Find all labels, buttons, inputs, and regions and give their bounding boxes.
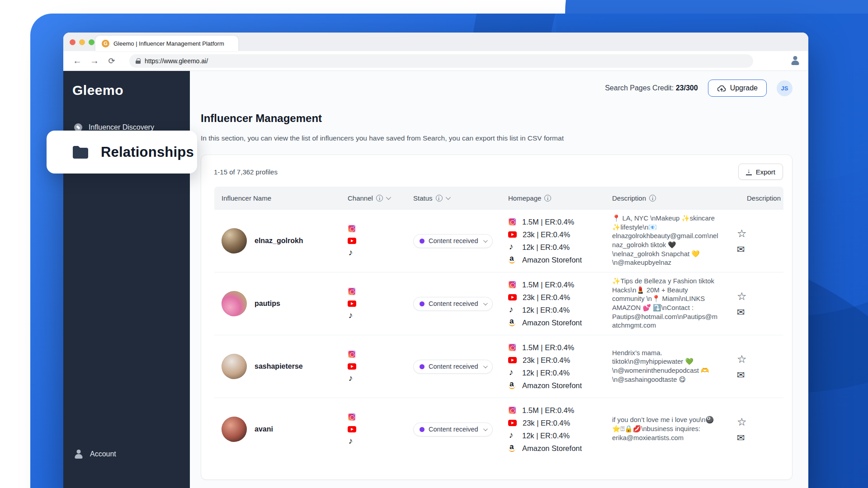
instagram-icon[interactable]: [348, 350, 356, 358]
export-label: Export: [756, 168, 775, 176]
influencer-cell[interactable]: pautips: [222, 291, 348, 316]
tiktok-icon[interactable]: [348, 437, 356, 446]
star-icon[interactable]: [737, 228, 747, 239]
mail-icon[interactable]: [737, 433, 745, 442]
star-icon[interactable]: [737, 291, 747, 302]
homepage-instagram[interactable]: 1.5M | ER:0.4%: [508, 217, 612, 227]
user-avatar[interactable]: JS: [777, 80, 793, 96]
mail-icon[interactable]: [737, 370, 745, 380]
amazon-icon: [508, 256, 516, 264]
influencer-table: Influencer Name Channel Status Homepage …: [214, 187, 783, 460]
reload-button[interactable]: [105, 54, 118, 68]
maximize-window-button[interactable]: [89, 39, 94, 45]
info-icon[interactable]: [436, 195, 443, 202]
info-icon[interactable]: [544, 195, 551, 202]
homepage-youtube[interactable]: 23k | ER:0.4%: [508, 292, 612, 303]
influencer-cell[interactable]: avani: [222, 417, 348, 442]
mail-icon[interactable]: [737, 244, 745, 254]
close-window-button[interactable]: [70, 39, 75, 45]
browser-profile-button[interactable]: [789, 55, 801, 67]
sidebar-item-relationships[interactable]: Relationships: [47, 131, 197, 174]
homepage-instagram[interactable]: 1.5M | ER:0.4%: [508, 405, 612, 416]
browser-tab[interactable]: G Gleemo | Influencer Management Platfor…: [95, 36, 238, 51]
column-header-channel[interactable]: Channel: [348, 194, 413, 202]
youtube-icon[interactable]: [348, 238, 356, 244]
status-label: Content received: [429, 426, 478, 433]
influencer-name: pautips: [255, 300, 280, 308]
status-dropdown[interactable]: Content received: [413, 297, 493, 311]
homepage-amazon[interactable]: Amazon Storefont: [508, 443, 612, 454]
tiktok-icon[interactable]: [348, 249, 356, 257]
chevron-down-icon[interactable]: [445, 195, 450, 200]
chevron-down-icon[interactable]: [386, 195, 391, 200]
homepage-amazon[interactable]: Amazon Storefont: [508, 380, 612, 391]
chevron-down-icon: [483, 238, 488, 243]
homepage-youtube[interactable]: 23k | ER:0.4%: [508, 230, 612, 240]
homepage-tiktok[interactable]: 12k | ER:0.4%: [508, 431, 612, 441]
actions-cell: [727, 354, 783, 380]
info-icon[interactable]: [376, 195, 383, 202]
column-header-homepage[interactable]: Homepage: [508, 194, 612, 202]
credit-label: Search Pages Credit:: [605, 84, 676, 92]
youtube-icon[interactable]: [348, 300, 356, 307]
upgrade-button[interactable]: Upgrade: [708, 80, 767, 97]
homepage-instagram[interactable]: 1.5M | ER:0.4%: [508, 280, 612, 290]
back-button[interactable]: [71, 54, 84, 68]
column-header-description[interactable]: Description: [612, 194, 727, 202]
instagram-icon[interactable]: [348, 287, 356, 296]
forward-button[interactable]: [88, 54, 101, 68]
export-button[interactable]: Export: [738, 164, 783, 180]
influencer-cell[interactable]: elnaz_golrokh: [222, 228, 348, 253]
info-icon[interactable]: [649, 195, 656, 202]
mail-icon[interactable]: [737, 307, 745, 317]
app-logo: Gleemo: [63, 71, 190, 98]
column-header-influencer-name[interactable]: Influencer Name: [222, 194, 348, 202]
status-cell: Content received: [413, 422, 508, 436]
instagram-icon: [508, 343, 516, 352]
homepage-tiktok[interactable]: 12k | ER:0.4%: [508, 368, 612, 378]
amazon-icon: [508, 319, 516, 327]
homepage-tiktok[interactable]: 12k | ER:0.4%: [508, 242, 612, 253]
sidebar-item-account[interactable]: Account: [74, 450, 116, 459]
status-label: Content received: [429, 363, 478, 370]
youtube-icon[interactable]: [348, 426, 356, 432]
url-text: https://www.gleemo.ai/: [145, 57, 208, 65]
minimize-window-button[interactable]: [79, 39, 85, 45]
actions-cell: [727, 417, 783, 442]
homepage-youtube[interactable]: 23k | ER:0.4%: [508, 355, 612, 366]
instagram-icon[interactable]: [348, 413, 356, 421]
star-icon[interactable]: [737, 354, 747, 365]
influencer-avatar: [222, 228, 247, 253]
instagram-icon[interactable]: [348, 225, 356, 233]
tiktok-icon[interactable]: [348, 312, 356, 320]
youtube-icon[interactable]: [348, 363, 356, 370]
instagram-icon: [508, 406, 516, 414]
amazon-icon: [508, 444, 516, 452]
tiktok-icon[interactable]: [348, 375, 356, 383]
homepage-amazon[interactable]: Amazon Storefont: [508, 318, 612, 328]
main-content: Search Pages Credit: 23/300 Upgrade JS I…: [190, 71, 808, 488]
homepage-instagram[interactable]: 1.5M | ER:0.4%: [508, 343, 612, 353]
favicon: G: [102, 40, 109, 47]
status-cell: Content received: [413, 297, 508, 311]
status-dot: [420, 364, 425, 369]
status-label: Content received: [429, 300, 478, 307]
table-header-row: Influencer Name Channel Status Homepage …: [214, 187, 783, 209]
status-dropdown[interactable]: Content received: [413, 360, 493, 374]
influencer-cell[interactable]: sashapieterse: [222, 354, 348, 379]
channel-cell: [348, 350, 413, 383]
url-bar[interactable]: https://www.gleemo.ai/: [129, 54, 753, 68]
status-dropdown[interactable]: Content received: [413, 422, 493, 436]
homepage-youtube[interactable]: 23k | ER:0.4%: [508, 418, 612, 428]
description-cell: if you don’t love me i love you\n🎱 ⭐️⍰🔒💋…: [612, 416, 727, 442]
homepage-amazon[interactable]: Amazon Storefont: [508, 255, 612, 265]
browser-window: G Gleemo | Influencer Management Platfor…: [63, 33, 808, 488]
homepage-tiktok[interactable]: 12k | ER:0.4%: [508, 305, 612, 315]
star-icon[interactable]: [737, 417, 747, 427]
homepage-cell: 1.5M | ER:0.4% 23k | ER:0.4% 12k | ER:0.…: [508, 405, 612, 454]
tiktok-icon: [508, 369, 516, 377]
column-header-status[interactable]: Status: [413, 194, 508, 202]
tiktok-icon: [508, 432, 516, 440]
chevron-down-icon: [483, 364, 488, 368]
status-dropdown[interactable]: Content received: [413, 234, 493, 248]
